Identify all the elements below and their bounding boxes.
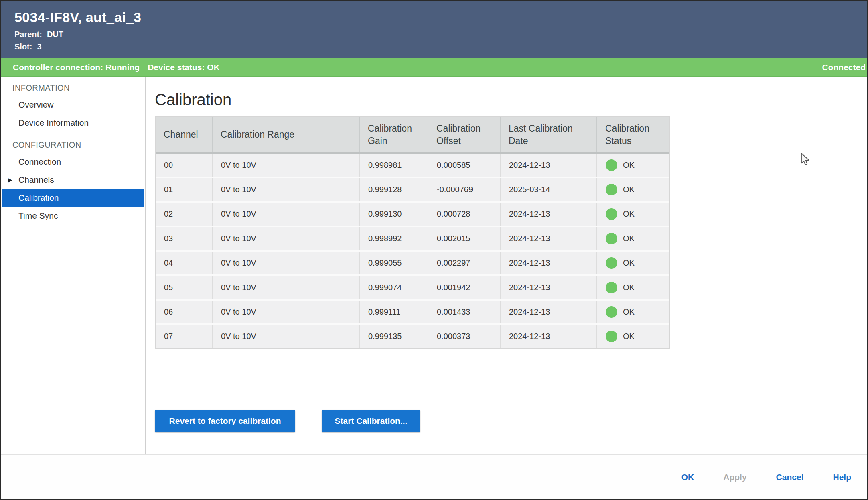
slot-value: 3	[37, 42, 41, 51]
status-cell: OK	[597, 300, 669, 324]
status-ok-icon	[606, 306, 617, 318]
chevron-right-icon[interactable]: ▶	[8, 177, 12, 183]
offset-cell: 0.001433	[428, 300, 500, 324]
status-ok-icon	[606, 159, 617, 171]
table-header-row: Channel Calibration Range Calibration Ga…	[156, 117, 669, 153]
date-cell: 2025-03-14	[500, 177, 597, 202]
sidebar-item-overview[interactable]: Overview	[2, 96, 144, 114]
channel-cell: 03	[156, 226, 212, 251]
revert-factory-calibration-button[interactable]: Revert to factory calibration	[155, 410, 295, 432]
column-header-calibration-status: Calibration Status	[597, 117, 669, 153]
sidebar-item-label: Channels	[18, 175, 54, 185]
start-calibration-button[interactable]: Start Calibration...	[322, 410, 420, 432]
column-header-last-calibration-date: Last Calibration Date	[500, 117, 597, 153]
sidebar-item-connection[interactable]: Connection	[2, 152, 144, 171]
status-bar: Controller connection: Running Device st…	[1, 58, 867, 77]
range-cell: 0V to 10V	[212, 300, 359, 324]
status-cell: OK	[597, 275, 669, 300]
table-row: 00 0V to 10V 0.998981 0.000585 2024-12-1…	[156, 153, 669, 177]
table-row: 01 0V to 10V 0.999128 -0.000769 2025-03-…	[156, 177, 669, 202]
parent-label: Parent:	[14, 30, 42, 39]
range-cell: 0V to 10V	[212, 226, 359, 251]
channel-cell: 02	[156, 202, 212, 226]
date-cell: 2024-12-13	[500, 153, 597, 177]
status-ok-icon	[606, 208, 617, 220]
sidebar-section-configuration: CONFIGURATION	[1, 137, 145, 152]
column-header-calibration-range: Calibration Range	[212, 117, 359, 153]
channel-cell: 05	[156, 275, 212, 300]
calibration-table: Channel Calibration Range Calibration Ga…	[155, 116, 670, 349]
date-cell: 2024-12-13	[500, 251, 597, 275]
controller-connection-status: Controller connection: Running	[13, 63, 140, 72]
date-cell: 2024-12-13	[500, 275, 597, 300]
gain-cell: 0.999128	[359, 177, 428, 202]
channel-cell: 00	[156, 153, 212, 177]
action-buttons: Revert to factory calibration Start Cali…	[155, 410, 867, 432]
sidebar-item-channels[interactable]: ▶ Channels	[2, 171, 144, 189]
table-row: 03 0V to 10V 0.998992 0.002015 2024-12-1…	[156, 226, 669, 251]
table-row: 06 0V to 10V 0.999111 0.001433 2024-12-1…	[156, 300, 669, 324]
sidebar-item-calibration[interactable]: Calibration	[2, 189, 144, 207]
device-title: 5034-IF8V, aut_ai_3	[14, 10, 854, 25]
table-row: 05 0V to 10V 0.999074 0.001942 2024-12-1…	[156, 275, 669, 300]
gain-cell: 0.999135	[359, 324, 428, 348]
column-header-calibration-offset: Calibration Offset	[428, 117, 500, 153]
connected-badge: Connected	[822, 63, 866, 72]
status-ok-icon	[606, 184, 617, 195]
gain-cell: 0.998981	[359, 153, 428, 177]
gain-cell: 0.999130	[359, 202, 428, 226]
range-cell: 0V to 10V	[212, 324, 359, 348]
dialog-footer: OK Apply Cancel Help	[1, 454, 867, 499]
parent-row: Parent: DUT	[14, 30, 854, 39]
ok-button[interactable]: OK	[681, 472, 694, 482]
range-cell: 0V to 10V	[212, 275, 359, 300]
channel-cell: 07	[156, 324, 212, 348]
date-cell: 2024-12-13	[500, 202, 597, 226]
status-label: OK	[623, 185, 635, 194]
sidebar-item-time-sync[interactable]: Time Sync	[2, 207, 144, 225]
offset-cell: 0.002015	[428, 226, 500, 251]
sidebar-item-device-information[interactable]: Device Information	[2, 114, 144, 132]
sidebar-item-label: Calibration	[18, 193, 59, 203]
status-ok-icon	[606, 282, 617, 293]
status-cell: OK	[597, 251, 669, 275]
status-label: OK	[623, 209, 635, 219]
cancel-button[interactable]: Cancel	[776, 472, 804, 482]
table-row: 07 0V to 10V 0.999135 0.000373 2024-12-1…	[156, 324, 669, 348]
channel-cell: 06	[156, 300, 212, 324]
status-label: OK	[623, 161, 635, 170]
status-label: OK	[623, 283, 635, 292]
help-button[interactable]: Help	[833, 472, 851, 482]
page-title: Calibration	[155, 91, 867, 108]
app-window: 5034-IF8V, aut_ai_3 Parent: DUT Slot: 3 …	[0, 0, 868, 500]
range-cell: 0V to 10V	[212, 202, 359, 226]
slot-label: Slot:	[14, 42, 32, 51]
status-bar-left: Controller connection: Running Device st…	[13, 63, 220, 72]
status-ok-icon	[606, 233, 617, 244]
gain-cell: 0.999111	[359, 300, 428, 324]
date-cell: 2024-12-13	[500, 300, 597, 324]
offset-cell: -0.000769	[428, 177, 500, 202]
sidebar-section-information: INFORMATION	[1, 80, 145, 96]
offset-cell: 0.001942	[428, 275, 500, 300]
status-cell: OK	[597, 202, 669, 226]
status-label: OK	[623, 258, 635, 268]
offset-cell: 0.000585	[428, 153, 500, 177]
date-cell: 2024-12-13	[500, 324, 597, 348]
status-label: OK	[623, 307, 635, 317]
range-cell: 0V to 10V	[212, 177, 359, 202]
date-cell: 2024-12-13	[500, 226, 597, 251]
range-cell: 0V to 10V	[212, 153, 359, 177]
table-row: 02 0V to 10V 0.999130 0.000728 2024-12-1…	[156, 202, 669, 226]
table-row: 04 0V to 10V 0.999055 0.002297 2024-12-1…	[156, 251, 669, 275]
status-label: OK	[623, 332, 635, 341]
parent-value: DUT	[47, 30, 63, 39]
column-header-channel: Channel	[156, 117, 212, 153]
slot-row: Slot: 3	[14, 42, 854, 51]
apply-button[interactable]: Apply	[723, 472, 746, 482]
content-area: INFORMATION Overview Device Information …	[1, 77, 867, 454]
status-cell: OK	[597, 324, 669, 348]
sidebar-item-label: Time Sync	[18, 211, 58, 221]
range-cell: 0V to 10V	[212, 251, 359, 275]
sidebar: INFORMATION Overview Device Information …	[1, 77, 146, 454]
